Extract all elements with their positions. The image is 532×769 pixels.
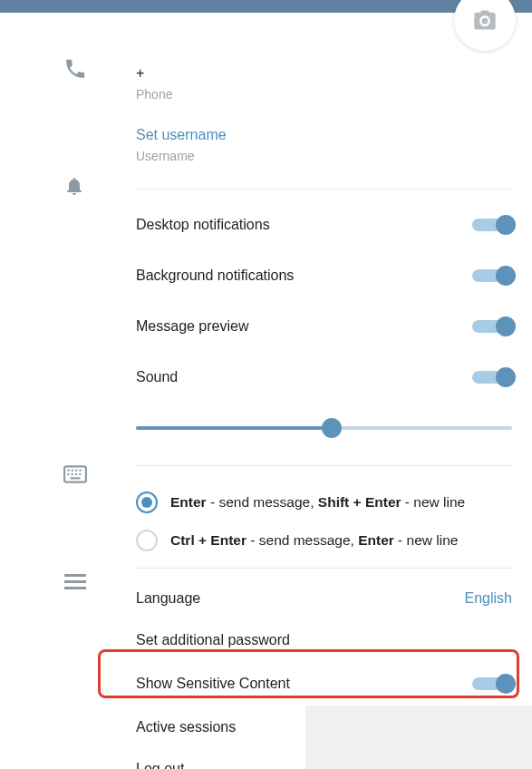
username-label: Username: [136, 149, 512, 163]
additional-password-row[interactable]: Set additional password: [136, 619, 512, 661]
bell-icon: [63, 175, 85, 200]
volume-slider[interactable]: [136, 418, 512, 438]
send-ctrl-enter-radio[interactable]: Ctrl + Enter - send message, Enter - new…: [136, 530, 512, 551]
sound-label: Sound: [136, 369, 178, 385]
menu-icon: [64, 572, 86, 594]
svg-rect-6: [72, 473, 73, 475]
message-preview-label: Message preview: [136, 318, 249, 335]
divider: [136, 568, 512, 569]
send-enter-radio[interactable]: Enter - send message, Shift + Enter - ne…: [136, 492, 512, 513]
language-value: English: [465, 590, 512, 607]
phone-label: Phone: [136, 87, 512, 102]
camera-icon: [472, 7, 498, 33]
svg-rect-10: [64, 574, 86, 577]
language-label: Language: [136, 590, 200, 607]
svg-rect-9: [71, 477, 81, 479]
svg-rect-5: [67, 473, 69, 475]
additional-password-label: Set additional password: [136, 632, 290, 648]
logout-label: Log out: [136, 761, 184, 769]
svg-rect-7: [75, 473, 77, 475]
phone-icon: [63, 57, 87, 84]
header-bar: [0, 0, 532, 13]
svg-rect-4: [79, 470, 81, 472]
preview-panel-corner: [305, 706, 532, 769]
divider: [136, 465, 512, 466]
radio-icon: [136, 530, 158, 551]
phone-value[interactable]: +: [136, 65, 512, 82]
svg-rect-3: [75, 470, 77, 472]
desktop-notifications-toggle[interactable]: [472, 215, 512, 235]
send-enter-label: Enter - send message, Shift + Enter - ne…: [170, 494, 465, 511]
svg-rect-11: [64, 580, 86, 583]
background-notifications-toggle[interactable]: [472, 266, 512, 286]
desktop-notifications-label: Desktop notifications: [136, 217, 270, 233]
background-notifications-label: Background notifications: [136, 268, 294, 284]
sensitive-content-row[interactable]: Show Sensitive Content: [136, 661, 512, 706]
sensitive-content-toggle[interactable]: [472, 674, 512, 694]
divider: [136, 189, 512, 190]
active-sessions-label: Active sessions: [136, 719, 236, 735]
sensitive-content-label: Show Sensitive Content: [136, 676, 290, 692]
svg-rect-12: [64, 587, 86, 589]
language-row[interactable]: Language English: [136, 578, 512, 619]
sound-toggle[interactable]: [472, 367, 512, 387]
svg-rect-2: [72, 470, 73, 472]
svg-rect-1: [67, 470, 69, 472]
send-ctrl-enter-label: Ctrl + Enter - send message, Enter - new…: [170, 532, 458, 549]
message-preview-toggle[interactable]: [472, 316, 512, 336]
radio-icon: [136, 492, 158, 513]
set-username-link[interactable]: Set username: [136, 127, 512, 143]
keyboard-icon: [63, 465, 87, 487]
svg-rect-8: [79, 473, 81, 475]
